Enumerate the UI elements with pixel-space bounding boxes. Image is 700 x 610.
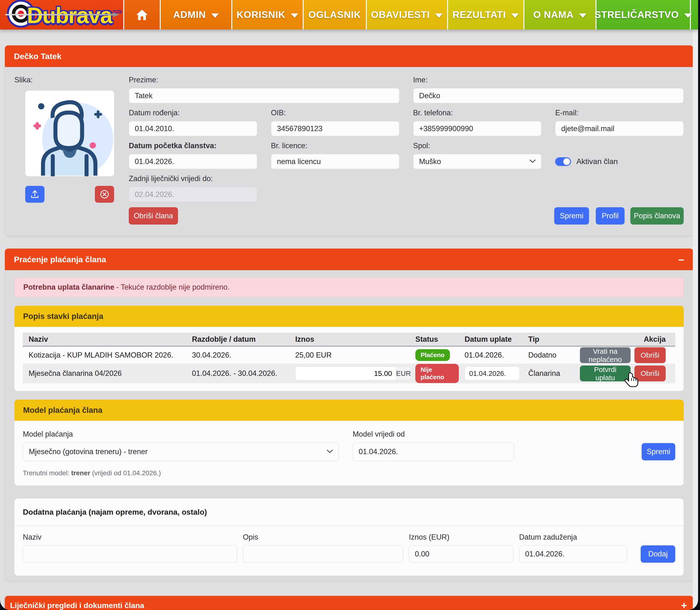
datum-pocetka-input[interactable] bbox=[129, 154, 257, 169]
ime-input[interactable] bbox=[413, 88, 684, 103]
field-br-licence: Br. licence: bbox=[271, 142, 399, 169]
nav-item-rezultati[interactable]: REZULTATI bbox=[448, 0, 523, 30]
table-row: Mjesečna članarina 04/2026 01.04.2026. -… bbox=[23, 364, 675, 383]
col-status: Status bbox=[410, 335, 459, 344]
chevron-down-icon bbox=[435, 14, 443, 18]
delete-item-button[interactable]: Obriši bbox=[634, 366, 666, 381]
nav-item-label: STRELIČARSTVO bbox=[594, 10, 679, 20]
note-suffix: (vrijedi od 01.04.2026.) bbox=[90, 469, 161, 477]
member-card-body: Slika: bbox=[5, 67, 693, 236]
home-icon bbox=[136, 9, 148, 21]
payments-section-header[interactable]: Praćenje plaćanja člana – bbox=[5, 248, 693, 270]
payment-items-table: Naziv Razdoblje / datum Iznos Status Dat… bbox=[14, 327, 684, 391]
cell-razdoblje: 01.04.2026. - 30.04.2026. bbox=[186, 369, 289, 378]
payment-model-select[interactable] bbox=[23, 443, 339, 461]
photo-label: Slika: bbox=[14, 76, 129, 84]
payment-items-card: Popis stavki plaćanja Naziv Razdoblje / … bbox=[14, 306, 684, 391]
email-input[interactable] bbox=[555, 121, 684, 136]
upload-photo-button[interactable] bbox=[25, 186, 45, 203]
currency-addon: EUR bbox=[396, 367, 411, 381]
nav-item-label: OGLASNIK bbox=[308, 10, 361, 20]
nav-item-label: ADMIN bbox=[173, 10, 206, 20]
remove-photo-button[interactable] bbox=[95, 186, 114, 203]
member-fields: Prezime: Ime: Datum rođenja: OIB: bbox=[129, 76, 684, 225]
nav-item-label: KORISNIK bbox=[237, 10, 286, 20]
add-iznos-label: Iznos (EUR) bbox=[409, 533, 513, 542]
browser-window: Dubrava ADMIN KORISNIK OGLASNIK OBAVIJES… bbox=[0, 0, 698, 610]
cell-razdoblje: 30.04.2026. bbox=[186, 351, 289, 359]
cell-datum-uplate: 01.04.2026. bbox=[459, 351, 523, 359]
delete-item-button[interactable]: Obriši bbox=[634, 347, 666, 363]
nav-item-home[interactable] bbox=[124, 0, 160, 30]
chevron-down-icon bbox=[684, 14, 692, 18]
cell-tip: Članarina bbox=[523, 369, 574, 378]
confirm-payment-button[interactable]: Potvrdi uplatu bbox=[580, 366, 631, 381]
zadnji-lijecnicki-input bbox=[129, 187, 257, 202]
prezime-input[interactable] bbox=[129, 88, 399, 103]
alert-text: - Tekuće razdoblje nije podmireno. bbox=[116, 283, 230, 291]
note-prefix: Trenutni model: bbox=[23, 469, 71, 477]
profile-button[interactable]: Profil bbox=[596, 207, 624, 225]
save-model-button[interactable]: Spremi bbox=[642, 443, 675, 460]
navbar: Dubrava ADMIN KORISNIK OGLASNIK OBAVIJES… bbox=[0, 0, 698, 30]
add-naziv-input[interactable] bbox=[23, 545, 237, 563]
payment-date-input[interactable] bbox=[465, 367, 520, 381]
photo-column: Slika: bbox=[10, 76, 129, 225]
table-header-row: Naziv Razdoblje / datum Iznos Status Dat… bbox=[23, 333, 675, 347]
field-datum-pocetka: Datum početka članstva: bbox=[129, 142, 257, 169]
field-spol: Spol: bbox=[413, 142, 542, 169]
field-add-iznos: Iznos (EUR) bbox=[409, 533, 513, 563]
collapse-icon[interactable]: – bbox=[678, 253, 684, 266]
col-iznos: Iznos bbox=[289, 335, 410, 344]
delete-member-button[interactable]: Obriši člana bbox=[129, 207, 178, 225]
nav-item-o-nama[interactable]: O NAMA bbox=[524, 0, 595, 30]
datum-pocetka-label: Datum početka članstva: bbox=[129, 142, 257, 150]
save-member-button[interactable]: Spremi bbox=[554, 207, 589, 225]
col-akcija: Akcija bbox=[574, 335, 675, 344]
datum-rodjenja-input[interactable] bbox=[129, 121, 257, 136]
col-razdoblje: Razdoblje / datum bbox=[186, 335, 289, 344]
field-ime: Ime: bbox=[413, 76, 684, 103]
member-card: Dečko Tatek Slika: bbox=[5, 45, 693, 236]
oib-input[interactable] bbox=[271, 121, 399, 136]
logo[interactable]: Dubrava bbox=[0, 0, 123, 30]
status-badge-unpaid: Nije plaćeno bbox=[415, 364, 459, 383]
payments-section-body: Potrebna uplata članarine - Tekuće razdo… bbox=[5, 270, 693, 580]
revert-unpaid-button[interactable]: Vrati na neplaćeno bbox=[580, 347, 631, 363]
br-telefona-input[interactable] bbox=[413, 121, 542, 136]
add-datum-input[interactable] bbox=[519, 545, 627, 563]
add-iznos-input[interactable] bbox=[409, 545, 513, 563]
medical-section-header[interactable]: Liječnički pregledi i dokumenti člana + bbox=[5, 596, 693, 610]
nav-item-korisnik[interactable]: KORISNIK bbox=[232, 0, 303, 30]
add-payment-button[interactable]: Dodaj bbox=[641, 545, 675, 563]
field-add-datum: Datum zaduženja bbox=[519, 533, 627, 563]
amount-input[interactable] bbox=[295, 367, 396, 381]
nav-item-obavijesti[interactable]: OBAVIJESTI bbox=[367, 0, 447, 30]
nav-item-label: O NAMA bbox=[533, 10, 574, 20]
nav-item-strelicarstvo[interactable]: STRELIČARSTVO bbox=[596, 0, 690, 30]
valid-from-input[interactable] bbox=[353, 443, 514, 461]
field-aktivan-clan: Aktivan član bbox=[555, 142, 684, 169]
add-opis-input[interactable] bbox=[243, 545, 403, 563]
circle-x-icon bbox=[99, 189, 110, 199]
field-prezime: Prezime: bbox=[129, 76, 399, 103]
payment-items-title: Popis stavki plaćanja bbox=[14, 306, 684, 327]
nav-filler bbox=[691, 0, 698, 30]
spol-select[interactable] bbox=[413, 154, 542, 169]
nav-item-admin[interactable]: ADMIN bbox=[161, 0, 231, 30]
payment-model-title: Model plaćanja člana bbox=[14, 400, 684, 421]
br-licence-input[interactable] bbox=[271, 154, 399, 169]
additional-payments-card: Dodatna plaćanja (najam opreme, dvorana,… bbox=[14, 499, 684, 576]
members-list-button[interactable]: Popis članova bbox=[630, 207, 684, 225]
member-card-title: Dečko Tatek bbox=[5, 45, 693, 67]
nav-item-oglasnik[interactable]: OGLASNIK bbox=[304, 0, 366, 30]
scrollbar[interactable] bbox=[693, 30, 698, 610]
chevron-down-icon bbox=[511, 14, 519, 18]
spol-label: Spol: bbox=[413, 142, 542, 150]
arrow-icon bbox=[5, 14, 118, 15]
logo-text: Dubrava bbox=[27, 3, 112, 28]
model-label: Model plaćanja bbox=[23, 430, 339, 438]
expand-icon[interactable]: + bbox=[681, 600, 687, 610]
active-member-toggle[interactable] bbox=[555, 157, 571, 166]
field-add-opis: Opis bbox=[243, 533, 403, 563]
